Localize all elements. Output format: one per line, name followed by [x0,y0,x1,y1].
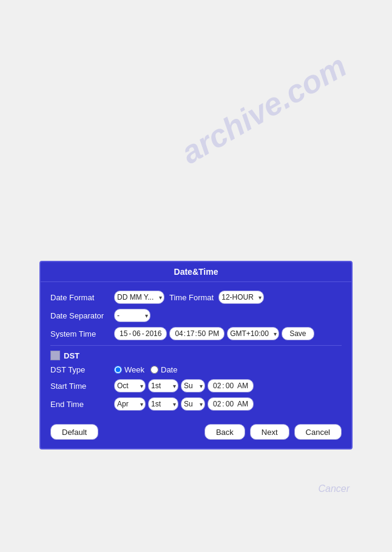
dst-date-label: Date [161,365,177,374]
dialog-title: Date&Time [41,262,351,282]
date-format-select[interactable]: DD MM Y... MM DD Y... YY MM DD [114,291,164,304]
date-separator-label: Date Separator [50,311,114,320]
sys-month: 06 [132,329,140,338]
date-separator-select[interactable]: - / . [114,309,150,322]
sys-sep2: - [142,329,144,338]
timezone-select[interactable]: GMT+10:00 GMT+09:00 GMT+08:00 [227,327,279,340]
start-month-wrapper[interactable]: JanFebMarApr MayJunJulAug SepOctNovDec [114,379,146,392]
dst-type-radio-group: Week Date [114,365,177,374]
end-time-controls: JanFebMarApr MayJunJulAug SepOctNovDec 1… [114,397,254,411]
system-time-controls: 15 - 06 - 2016 04 : 17 : 50 PM GMT+10:00 [114,327,314,340]
start-min: 00 [226,382,234,390]
start-time-controls: JanFebMarApr MayJunJulAug SepOctNovDec 1… [114,379,254,392]
system-time-label: System Time [50,329,114,338]
sys-min: 17 [186,329,194,338]
start-day-wrapper[interactable]: SuMoTuWeThFrSa [181,379,205,392]
start-week-wrapper[interactable]: 1st2nd3rd4thLast [148,379,178,392]
sys-hour: 04 [175,329,183,338]
dst-week-radio[interactable] [114,366,122,374]
dst-type-row: DST Type Week Date [50,365,342,374]
dst-type-label: DST Type [50,365,114,374]
date-format-label: Date Format [50,293,114,302]
end-hour: 02 [213,400,221,408]
dst-label: DST [64,351,79,360]
back-button[interactable]: Back [204,424,245,440]
sys-colon2: : [195,329,197,338]
end-ampm: AM [237,400,248,408]
time-format-label: Time Format [169,293,214,302]
start-ampm: AM [237,382,248,390]
dst-checkbox[interactable] [50,351,60,360]
start-month-select[interactable]: JanFebMarApr MayJunJulAug SepOctNovDec [114,379,146,392]
end-time-row: End Time JanFebMarApr MayJunJulAug SepOc… [50,397,342,411]
end-time-label: End Time [50,400,114,409]
start-day-select[interactable]: SuMoTuWeThFrSa [181,379,205,392]
sys-colon1: : [184,329,186,338]
cancel-button[interactable]: Cancel [294,424,342,440]
bottom-right-buttons: Back Next Cancel [204,424,342,440]
dst-row: DST [50,351,342,360]
divider-1 [50,345,342,346]
system-time-row: System Time 15 - 06 - 2016 04 : 17 : 50 … [50,327,342,340]
start-week-select[interactable]: 1st2nd3rd4thLast [148,379,178,392]
sys-ampm: PM [208,329,219,338]
start-colon: : [222,382,224,390]
end-month-select[interactable]: JanFebMarApr MayJunJulAug SepOctNovDec [114,397,146,411]
start-time-fields: 02 : 00 AM [208,379,254,392]
start-time-row: Start Time JanFebMarApr MayJunJulAug Sep… [50,379,342,392]
system-time-clock-display: 04 : 17 : 50 PM [169,327,225,340]
end-week-wrapper[interactable]: 1st2nd3rd4thLast [148,397,178,411]
end-day-select[interactable]: SuMoTuWeThFrSa [181,397,205,411]
default-button[interactable]: Default [50,424,98,440]
system-time-date-display: 15 - 06 - 2016 [114,327,167,340]
start-time-label: Start Time [50,382,114,391]
dialog-body: Date Format DD MM Y... MM DD Y... YY MM … [41,288,351,418]
date-format-row: Date Format DD MM Y... MM DD Y... YY MM … [50,291,342,304]
dialog-date-time: Date&Time Date Format DD MM Y... MM DD Y… [39,261,353,449]
end-day-wrapper[interactable]: SuMoTuWeThFrSa [181,397,205,411]
cancer-watermark-text: Cancer [318,483,350,494]
date-separator-controls: - / . [114,309,150,322]
end-min: 00 [226,400,234,408]
end-week-select[interactable]: 1st2nd3rd4thLast [148,397,178,411]
end-colon: : [222,400,224,408]
sys-sec: 50 [198,329,206,338]
sys-year: 2016 [146,329,162,338]
start-hour: 02 [213,382,221,390]
date-format-select-wrapper[interactable]: DD MM Y... MM DD Y... YY MM DD [114,291,164,304]
timezone-select-wrapper[interactable]: GMT+10:00 GMT+09:00 GMT+08:00 [227,327,279,340]
dst-week-option[interactable]: Week [114,365,144,374]
time-format-select-wrapper[interactable]: 12-HOUR 24-HOUR [218,291,264,304]
date-format-controls: DD MM Y... MM DD Y... YY MM DD Time Form… [114,291,264,304]
sys-day: 15 [120,329,127,338]
end-time-fields: 02 : 00 AM [208,397,254,411]
bottom-buttons: Default Back Next Cancel [41,418,351,440]
save-button[interactable]: Save [282,327,314,340]
dst-week-label: Week [124,365,144,374]
date-separator-select-wrapper[interactable]: - / . [114,309,150,322]
dst-date-radio[interactable] [150,366,158,374]
dst-date-option[interactable]: Date [150,365,177,374]
end-month-wrapper[interactable]: JanFebMarApr MayJunJulAug SepOctNovDec [114,397,146,411]
time-format-select[interactable]: 12-HOUR 24-HOUR [218,291,264,304]
watermark: archive.com [175,47,353,171]
next-button[interactable]: Next [250,424,289,440]
sys-sep1: - [129,329,131,338]
date-separator-row: Date Separator - / . [50,309,342,322]
